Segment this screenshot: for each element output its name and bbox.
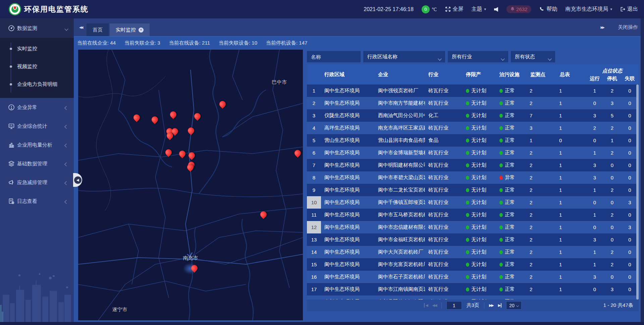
sidebar-item-1[interactable]: 数据监测 xyxy=(0,18,74,38)
map[interactable]: 巴中市南充市遂宁市 xyxy=(78,50,303,320)
sidebar-item-label: 基础数据管理 xyxy=(17,161,47,167)
cell-company: 阆中市光富页岩机砖厂 xyxy=(375,258,425,271)
industry-filter-select[interactable]: 所有行业 xyxy=(448,51,508,62)
status-dot-icon xyxy=(499,287,503,291)
table-row[interactable]: 12阆中生态环境局阆中市忠信建材有限公砖瓦行业无计划正常21003 xyxy=(307,221,639,233)
name-filter-input[interactable] xyxy=(307,51,361,62)
cell-run: 3 xyxy=(586,109,603,122)
cell-company: 阆中市二龙长宝页岩砖 xyxy=(375,184,425,196)
cell-industry: 砖瓦行业 xyxy=(425,283,463,295)
table-row[interactable]: 16阆中生态环境局阆中市石子页岩机砖厂砖瓦行业无计划正常21300 xyxy=(307,271,639,283)
cell-region: 阆中生态环境局 xyxy=(321,184,375,196)
sidebar-item-6[interactable]: 应急减排管理 xyxy=(0,173,74,192)
tab-2[interactable]: 实时监控✕ xyxy=(110,23,150,36)
prev-page-icon[interactable]: ◀◀ xyxy=(432,303,437,308)
region-filter-select[interactable]: 行政区域名称 xyxy=(363,51,445,62)
table-row[interactable]: 5营山生态环境局营山县润丰肉食品有限食品无计划正常10010 xyxy=(307,134,639,147)
cell-region: 阆中生态环境局 xyxy=(321,171,375,184)
cell-stop: 2 xyxy=(603,122,621,134)
cell-region: 阆中生态环境局 xyxy=(321,147,375,159)
stat-item: 当前停机设备: 147 xyxy=(266,40,307,46)
chevron-left-icon xyxy=(65,105,68,110)
table-row[interactable]: 9阆中生态环境局阆中市二龙长宝页岩砖砖瓦行业无计划正常21120 xyxy=(307,184,639,196)
table-row[interactable]: 7阆中生态环境局阆中明阳建材有限公司砖瓦行业无计划正常21300 xyxy=(307,159,639,171)
logout-button[interactable]: 退出 xyxy=(620,6,638,13)
sidebar-subitem[interactable]: 企业电力负荷明细 xyxy=(0,75,74,93)
sidebar-item-4[interactable]: 企业用电量分析 xyxy=(0,136,74,154)
cell-points: 2 xyxy=(527,258,556,271)
first-page-icon[interactable]: ◀ xyxy=(424,303,427,308)
fullscreen-button[interactable]: 全屏 xyxy=(445,6,464,13)
table-scrollbar[interactable] xyxy=(636,85,639,300)
cell-facility: 正常 xyxy=(496,271,527,283)
col-group-point-status: 点位状态运行停机失联 xyxy=(586,64,639,85)
sidebar-item-7[interactable]: 日志查看 xyxy=(0,192,74,211)
stat-item: 当前失联设备: 10 xyxy=(219,40,257,46)
table-row[interactable]: 13阆中生态环境局阆中市金福旺页岩机砖砖瓦行业无计划正常21300 xyxy=(307,233,639,246)
cell-no: 12 xyxy=(307,221,321,233)
sidebar-item-3[interactable]: 企业综合统计 xyxy=(0,117,74,136)
col-header-index xyxy=(307,64,321,85)
org-menu[interactable]: 南充市生态环境局▾ xyxy=(565,6,612,13)
close-operations-button[interactable]: 关闭操作 xyxy=(618,18,638,36)
cell-industry: 砖瓦行业 xyxy=(425,295,463,300)
cell-run: 1 xyxy=(586,246,603,258)
table-row[interactable]: 17阆中生态环境局阆中市江南镇阆南页岩砖瓦行业无计划正常21030 xyxy=(307,283,639,295)
cell-run: 1 xyxy=(586,147,603,159)
speaker-icon[interactable] xyxy=(494,7,498,12)
tabs-scroll-left-icon[interactable]: ◀◀ xyxy=(79,18,82,36)
cell-total: 1 xyxy=(556,246,586,258)
cell-run: 2 xyxy=(586,122,603,134)
table-row[interactable]: 14阆中生态环境局阆中大兴页岩机砖厂砖瓦行业无计划正常21120 xyxy=(307,246,639,258)
cell-facility: 正常 xyxy=(496,97,527,109)
table-row[interactable]: 18南部生态环境局南部县双佳山河有限公砖瓦行业无计划正常60050 xyxy=(307,295,639,300)
status-dot-icon xyxy=(466,250,469,254)
table-row[interactable]: 11阆中生态环境局阆中市五马桥页岩机砖砖瓦行业无计划正常21120 xyxy=(307,209,639,221)
table-row[interactable]: 1阆中生态环境局阆中强锐页岩砖厂砖瓦行业无计划正常21120 xyxy=(307,85,639,97)
help-button[interactable]: 帮助 xyxy=(539,6,557,13)
sidebar-subitem[interactable]: 视频监控 xyxy=(0,58,74,75)
notification-badge[interactable]: 2632 xyxy=(506,5,531,13)
last-page-icon[interactable]: ▶ xyxy=(498,303,501,308)
cell-run: 1 xyxy=(586,184,603,196)
table-row[interactable]: 15阆中生态环境局阆中市光富页岩机砖厂砖瓦行业无计划正常21120 xyxy=(307,258,639,271)
cell-total: 1 xyxy=(556,209,586,221)
city-label: 南充市 xyxy=(183,255,198,261)
cell-company: 阆中强锐页岩砖厂 xyxy=(375,85,425,97)
close-icon[interactable]: ✕ xyxy=(139,28,144,33)
cell-company: 阆中市金博瑞新型墙材 xyxy=(375,147,425,159)
cell-stop: 0 xyxy=(603,196,621,209)
status-filter-select[interactable]: 所有状态 xyxy=(511,51,555,62)
tabs-scroll-right-icon[interactable]: ▶▶ xyxy=(601,18,604,36)
cell-points: 2 xyxy=(527,85,556,97)
sidebar-item-5[interactable]: 基础数据管理 xyxy=(0,154,74,173)
next-page-icon[interactable]: ▶▶ xyxy=(489,303,493,308)
page-scrollbar-track[interactable] xyxy=(641,18,644,325)
pagination-range-text: 1 - 20 共47条 xyxy=(603,302,633,309)
cell-facility: 正常 xyxy=(496,209,527,221)
sidebar-subitem[interactable]: 实时监控 xyxy=(0,40,74,58)
table-row[interactable]: 3仪陇生态环境局西南油气田分公司川中化工无计划正常71350 xyxy=(307,109,639,122)
cell-facility: 正常 xyxy=(496,184,527,196)
city-label: 巴中市 xyxy=(272,79,287,85)
tab-1[interactable]: 首页 xyxy=(87,23,109,36)
theme-menu[interactable]: 主题▾ xyxy=(472,6,486,13)
cell-limit: 无计划 xyxy=(463,246,496,258)
cell-company: 阆中大兴页岩机砖厂 xyxy=(375,246,425,258)
table-row[interactable]: 2阆中生态环境局阆中市南方节能建材有砖瓦行业无计划正常21030 xyxy=(307,97,639,109)
sidebar-item-2[interactable]: 企业异常 xyxy=(0,98,74,117)
status-dot-icon xyxy=(499,126,503,130)
cell-total: 1 xyxy=(556,159,586,171)
table-row[interactable]: 8阆中生态环境局阆中市枣碧大梁山页岩砖瓦行业无计划异常21300 xyxy=(307,171,639,184)
cell-facility: 正常 xyxy=(496,109,527,122)
page-size-select[interactable]: 20 xyxy=(506,301,522,310)
table-row[interactable]: 6阆中生态环境局阆中市金博瑞新型墙材砖瓦行业无计划正常21120 xyxy=(307,147,639,159)
table-row[interactable]: 4高坪生态环境局南充市高坪区王家店建砖瓦行业无计划正常31220 xyxy=(307,122,639,134)
page-number-input[interactable] xyxy=(446,301,462,310)
table-row[interactable]: 10阆中生态环境局阆中千佛镇五郎垭页岩砖瓦行业无计划正常21003 xyxy=(307,196,639,209)
cell-points: 2 xyxy=(527,196,556,209)
cell-region: 阆中生态环境局 xyxy=(321,246,375,258)
chevron-down-icon: ▾ xyxy=(610,7,612,11)
cell-stop: 1 xyxy=(603,134,621,147)
col-subheader: 运行 xyxy=(586,74,603,83)
